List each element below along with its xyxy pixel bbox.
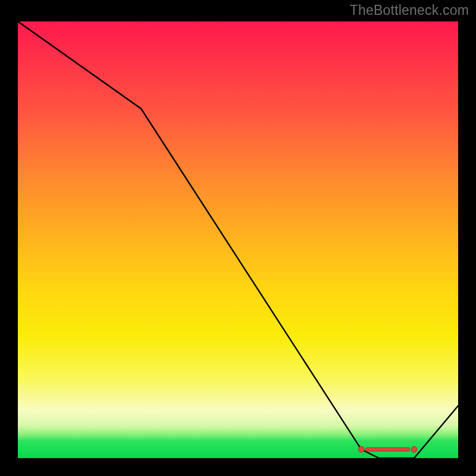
attribution-text: TheBottleneck.com bbox=[350, 2, 469, 18]
plot-area bbox=[18, 21, 458, 458]
minimum-dot-left bbox=[358, 446, 364, 452]
chart-overlay bbox=[18, 21, 458, 458]
chart-curve bbox=[18, 21, 458, 458]
minimum-bar-marker bbox=[366, 447, 410, 451]
chart-wrapper: TheBottleneck.com bbox=[0, 0, 476, 476]
minimum-dot-right bbox=[411, 446, 417, 452]
